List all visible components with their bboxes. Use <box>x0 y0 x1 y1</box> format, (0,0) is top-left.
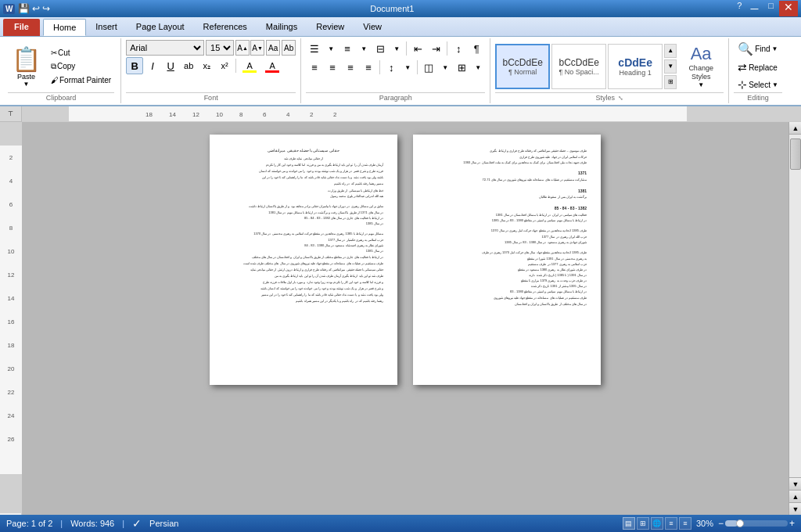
page-1: حقانی سیستانی با حضله حقیقی میرانقاضی از… <box>210 135 397 385</box>
tab-mailings[interactable]: Mailings <box>257 19 307 36</box>
align-right-btn[interactable]: ≡ <box>342 59 359 76</box>
maximize-btn[interactable]: □ <box>763 1 778 16</box>
tab-view[interactable]: View <box>354 19 391 36</box>
tab-references[interactable]: References <box>194 19 257 36</box>
redo-qat-btn[interactable]: ↪ <box>42 3 50 14</box>
numbering-btn[interactable]: ≡ <box>339 40 356 57</box>
page-indicator[interactable]: Page: 1 of 2 <box>6 519 52 528</box>
font-size-selector[interactable]: 15 <box>206 40 234 56</box>
proofing-icon[interactable]: ✓ <box>132 517 142 530</box>
line-spacing-dropdown[interactable]: ▼ <box>400 59 415 76</box>
subscript-btn[interactable]: x₂ <box>198 57 215 74</box>
replace-button[interactable]: ⇄ Replace <box>734 59 782 75</box>
bold-btn[interactable]: B <box>126 57 143 74</box>
shading-dropdown[interactable]: ▼ <box>438 59 452 76</box>
bullets-btn[interactable]: ☰ <box>306 40 323 57</box>
shrink-font-btn[interactable]: A▼ <box>250 40 264 56</box>
format-painter-button[interactable]: 🖌 Format Painter <box>48 74 114 86</box>
paste-dropdown[interactable]: ▼ <box>23 81 30 88</box>
cut-button[interactable]: ✂ Cut <box>48 47 114 59</box>
vertical-scrollbar[interactable]: ▲ ▼ ▲ ▼ <box>788 122 801 515</box>
decrease-indent-btn[interactable]: ⇤ <box>409 40 426 57</box>
svg-rect-1 <box>22 106 69 121</box>
underline-btn[interactable]: U <box>162 57 179 74</box>
line-spacing-btn[interactable]: ↕ <box>383 59 400 76</box>
clear-format-btn[interactable]: Aa <box>266 40 280 56</box>
page-2-content: طرف موسوی – حضله حقیقی میرانقاضی که رفقا… <box>427 149 587 307</box>
draft-view[interactable]: ≡ <box>679 517 691 530</box>
borders-btn[interactable]: ⊞ <box>453 59 470 76</box>
find-dropdown[interactable]: ▼ <box>772 45 778 52</box>
styles-dialog-launcher[interactable]: ⤡ <box>618 95 623 102</box>
font-name-selector[interactable]: Arial <box>126 40 204 56</box>
scroll-down-middle[interactable]: ▼ <box>789 477 801 490</box>
borders-dropdown[interactable]: ▼ <box>471 59 485 76</box>
clipboard-group-label: Clipboard <box>8 92 114 102</box>
tab-page-layout[interactable]: Page Layout <box>127 19 194 36</box>
web-layout-view[interactable]: 🌐 <box>651 517 663 530</box>
styles-scroll-down[interactable]: ▼ <box>664 59 677 74</box>
tab-insert[interactable]: Insert <box>86 19 127 36</box>
scroll-up-middle[interactable]: ▲ <box>789 490 801 502</box>
numbering-dropdown[interactable]: ▼ <box>357 40 371 57</box>
scroll-down-btn[interactable]: ▼ <box>789 502 801 515</box>
full-screen-view[interactable]: ⊞ <box>637 517 649 530</box>
scroll-thumb[interactable] <box>790 138 801 170</box>
editing-group: 🔍 Find ▼ ⇄ Replace ⊹ Select ▼ Editing <box>729 38 787 103</box>
align-center-btn[interactable]: ≡ <box>324 59 341 76</box>
style-heading1[interactable]: cDdEe Heading 1 <box>608 44 663 89</box>
zoom-in-btn[interactable]: + <box>789 518 795 529</box>
align-left-btn[interactable]: ≡ <box>306 59 323 76</box>
increase-indent-btn[interactable]: ⇥ <box>427 40 444 57</box>
grow-font-btn[interactable]: A▲ <box>235 40 250 56</box>
change-styles-button[interactable]: Aa ChangeStyles ▼ <box>678 44 724 89</box>
title-bar: W 💾 ↩ ↪ Document1 ? ─ □ ✕ <box>0 0 801 17</box>
paste-icon: 📋 <box>12 45 41 73</box>
show-formatting-btn[interactable]: ¶ <box>468 40 485 57</box>
strikethrough-btn[interactable]: ab <box>180 57 197 74</box>
ruler-corner[interactable]: ⊤ <box>0 106 22 122</box>
shading-btn[interactable]: ◫ <box>420 59 437 76</box>
zoom-slider-thumb[interactable] <box>736 519 744 527</box>
change-styles-label: ChangeStyles <box>688 64 713 81</box>
multilevel-dropdown[interactable]: ▼ <box>390 40 404 57</box>
scroll-up-btn[interactable]: ▲ <box>789 122 801 135</box>
print-layout-view[interactable]: ▤ <box>623 517 635 530</box>
styles-scroll-up[interactable]: ▲ <box>664 44 677 58</box>
superscript-btn[interactable]: x² <box>216 57 233 74</box>
justify-btn[interactable]: ≡ <box>360 59 377 76</box>
tab-review[interactable]: Review <box>307 19 354 36</box>
select-button[interactable]: ⊹ Select ▼ <box>734 77 782 92</box>
sort-btn[interactable]: ↕ <box>450 40 467 57</box>
text-highlight-btn[interactable]: A <box>239 57 260 74</box>
zoom-out-btn[interactable]: − <box>718 518 724 529</box>
help-btn[interactable]: ? <box>734 1 745 16</box>
style-no-spacing[interactable]: bCcDdEe ¶ No Spaci... <box>551 44 606 89</box>
language-indicator[interactable]: Persian <box>149 519 178 528</box>
italic-btn[interactable]: I <box>144 57 161 74</box>
file-tab[interactable]: File <box>3 19 40 36</box>
close-btn[interactable]: ✕ <box>779 1 798 16</box>
page-view: حقانی سیستانی با حضله حقیقی میرانقاضی از… <box>22 122 788 515</box>
styles-expand-btn[interactable]: ⊞ <box>664 75 677 89</box>
select-dropdown[interactable]: ▼ <box>772 81 778 88</box>
outline-view[interactable]: ≡ <box>665 517 677 530</box>
minimize-btn[interactable]: ─ <box>745 1 763 16</box>
zoom-slider-track[interactable] <box>725 520 788 527</box>
undo-qat-btn[interactable]: ↩ <box>32 3 40 14</box>
text-color-btn[interactable]: A <box>261 57 283 74</box>
style-normal[interactable]: bCcDdEe ¶ Normal <box>495 44 550 89</box>
copy-icon: ⧉ <box>51 62 56 71</box>
copy-button[interactable]: ⧉ Copy <box>48 60 114 73</box>
find-button[interactable]: 🔍 Find ▼ <box>734 40 782 58</box>
app-icon: W <box>3 4 15 14</box>
save-qat-btn[interactable]: 💾 <box>18 3 30 14</box>
bullets-dropdown[interactable]: ▼ <box>324 40 338 57</box>
tab-home[interactable]: Home <box>43 19 86 36</box>
case-btn[interactable]: Ab <box>282 40 296 56</box>
change-styles-dropdown[interactable]: ▼ <box>698 81 704 88</box>
multilevel-btn[interactable]: ⊟ <box>372 40 389 57</box>
paste-button[interactable]: 📋 Paste ▼ <box>8 43 45 90</box>
word-count[interactable]: Words: 946 <box>70 519 114 528</box>
style-no-spacing-preview: bCcDdEe <box>559 57 598 68</box>
